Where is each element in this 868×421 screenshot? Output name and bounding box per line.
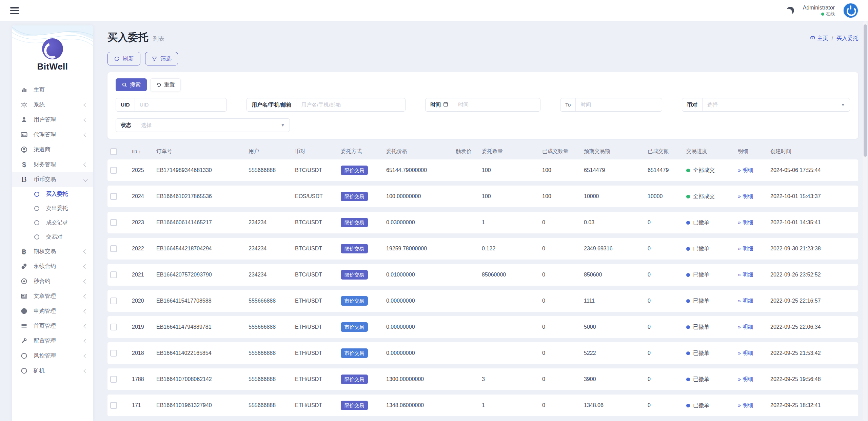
- sidebar-item[interactable]: 配置管理: [12, 333, 93, 348]
- cell-price: 0.01000000: [383, 264, 453, 286]
- row-checkbox[interactable]: [110, 167, 117, 174]
- row-checkbox[interactable]: [110, 245, 117, 252]
- chevron-left-icon: [83, 103, 88, 107]
- pair-select[interactable]: 选择 ▼: [703, 98, 850, 111]
- sidebar-item[interactable]: 首页管理: [12, 319, 93, 333]
- refresh-button[interactable]: 刷新: [107, 52, 140, 65]
- search-panel: 搜索 重置 UID 用户名/手机/邮箱 时间: [107, 72, 858, 139]
- row-checkbox[interactable]: [110, 402, 117, 409]
- detail-link[interactable]: »明细: [738, 246, 753, 251]
- sidebar-item[interactable]: 用户管理: [12, 112, 93, 127]
- status-text: 已撤单: [693, 271, 709, 279]
- sidebar-item-label: 币币交易: [34, 176, 84, 183]
- column-header: 订单号: [154, 147, 246, 155]
- page-subtitle: 列表: [153, 35, 164, 43]
- sidebar-item[interactable]: 渠道商: [12, 142, 93, 157]
- sidebar-item[interactable]: ฿期权交易: [12, 244, 93, 259]
- method-badge: 限价交易: [341, 192, 368, 202]
- cell-user: 234234: [246, 238, 292, 260]
- status-select[interactable]: 选择 ▼: [136, 119, 290, 132]
- life-ring-icon: [20, 307, 28, 315]
- dark-mode-icon[interactable]: [786, 6, 795, 15]
- vertical-scrollbar[interactable]: [863, 21, 867, 421]
- filter-button[interactable]: 筛选: [145, 52, 178, 65]
- cell-id: 171: [129, 395, 154, 416]
- detail-link[interactable]: »明细: [738, 272, 753, 278]
- sidebar-item-label: 永续合约: [34, 263, 84, 270]
- sidebar-item[interactable]: $财务管理: [12, 157, 93, 172]
- sidebar-subitem[interactable]: 卖出委托: [12, 201, 93, 215]
- detail-link[interactable]: »明细: [738, 350, 753, 356]
- sidebar-item[interactable]: 风控管理: [12, 348, 93, 363]
- sidebar-subitem[interactable]: 成交记录: [12, 215, 93, 230]
- sidebar-subitem[interactable]: 交易对: [12, 230, 93, 244]
- user-input[interactable]: [296, 98, 405, 111]
- row-checkbox[interactable]: [110, 350, 117, 357]
- cell-id: 2025: [129, 159, 154, 181]
- sidebar-item[interactable]: B币币交易: [12, 172, 93, 187]
- method-badge: 市价交易: [341, 296, 368, 306]
- wrench-icon: [20, 337, 28, 345]
- detail-link[interactable]: »明细: [738, 402, 753, 408]
- cell-trigger: [453, 368, 479, 390]
- column-header[interactable]: ID↑: [129, 147, 154, 155]
- table-row: 1788EB1664107008062142555666888ETH/USDT限…: [107, 368, 858, 390]
- cell-created: 2022-09-30 21:23:38: [768, 238, 858, 260]
- detail-link[interactable]: »明细: [738, 298, 753, 304]
- sidebar-item[interactable]: 申购管理: [12, 304, 93, 319]
- sidebar-item[interactable]: 秒合约: [12, 274, 93, 289]
- sidebar-item[interactable]: 永续合约: [12, 259, 93, 274]
- cell-order-no: EB1664610217865536: [154, 186, 246, 207]
- time-from-label: 时间: [426, 98, 453, 111]
- cell-order-no: EB1664101961327940: [154, 395, 246, 416]
- user-menu[interactable]: Administrator 在线: [803, 4, 835, 17]
- detail-link[interactable]: »明细: [738, 193, 753, 199]
- chevron-left-icon: [83, 249, 88, 254]
- bullet-circle-icon: [34, 206, 39, 211]
- time-to-input[interactable]: [576, 98, 662, 111]
- cell-method: 限价交易: [338, 238, 383, 260]
- row-checkbox[interactable]: [110, 324, 117, 330]
- select-all-checkbox[interactable]: [110, 148, 117, 155]
- status-dot-icon: [686, 273, 690, 277]
- cell-user: 555666888: [246, 395, 292, 416]
- sidebar-item[interactable]: 文章管理: [12, 289, 93, 304]
- breadcrumb-current-link[interactable]: 买入委托: [836, 35, 858, 42]
- detail-link[interactable]: »明细: [738, 219, 753, 225]
- detail-link[interactable]: »明细: [738, 376, 753, 382]
- time-from-input[interactable]: [453, 98, 540, 111]
- detail-link[interactable]: »明细: [738, 324, 753, 330]
- cell-filled-qty: 0: [539, 290, 581, 312]
- breadcrumb-home-link[interactable]: 主页: [810, 35, 828, 42]
- cell-detail: »明细: [735, 395, 768, 416]
- uid-input[interactable]: [135, 98, 226, 111]
- sidebar-item[interactable]: 系统: [12, 97, 93, 112]
- cell-created: 2022-10-01 15:43:37: [768, 186, 858, 207]
- sidebar-item-label: 首页管理: [34, 322, 84, 330]
- cell-order-no: EB1664115417708588: [154, 290, 246, 312]
- cell-detail: »明细: [735, 186, 768, 207]
- detail-link[interactable]: »明细: [738, 167, 753, 173]
- user-filter-group: 用户名/手机/邮箱: [246, 98, 406, 112]
- cell-pair: BTC/USDT: [292, 212, 338, 233]
- row-checkbox[interactable]: [110, 193, 117, 200]
- row-checkbox[interactable]: [110, 219, 117, 226]
- chevron-left-icon: [83, 294, 88, 299]
- column-header: 用户: [246, 147, 292, 155]
- row-checkbox[interactable]: [110, 376, 117, 383]
- sidebar-item[interactable]: 主页: [12, 82, 93, 97]
- user-status: 在线: [803, 11, 835, 17]
- row-checkbox[interactable]: [110, 271, 117, 278]
- status-text: 已撤单: [693, 324, 709, 331]
- sidebar-item[interactable]: 代理管理: [12, 127, 93, 142]
- dollar-icon: $: [20, 161, 28, 168]
- scrollbar-thumb[interactable]: [864, 24, 867, 157]
- sidebar-item[interactable]: 矿机: [12, 363, 93, 378]
- avatar[interactable]: [844, 3, 858, 18]
- sidebar-subitem[interactable]: 买入委托: [12, 187, 93, 201]
- toolbar: 刷新 筛选: [107, 52, 858, 65]
- reset-button[interactable]: 重置: [150, 78, 181, 91]
- row-checkbox[interactable]: [110, 298, 117, 304]
- menu-toggle-icon[interactable]: [10, 7, 19, 14]
- search-button[interactable]: 搜索: [116, 78, 147, 91]
